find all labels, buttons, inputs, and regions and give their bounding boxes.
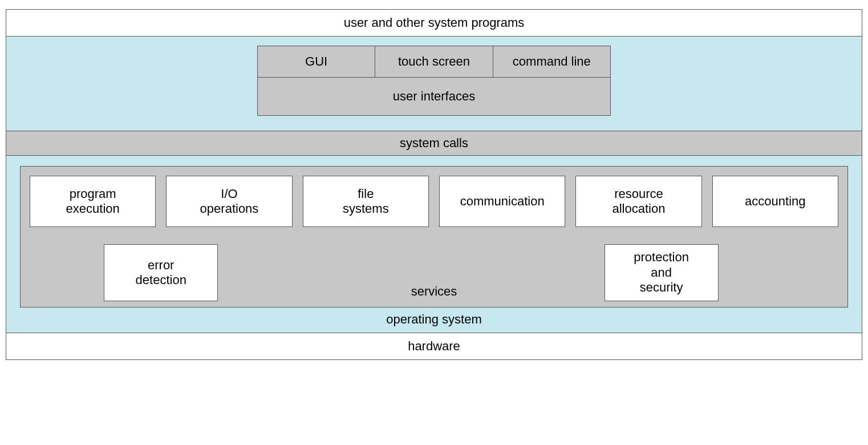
diagram-frame: user and other system programs GUI touch… [6, 9, 862, 360]
hardware-label: hardware [408, 339, 460, 353]
layer-hardware: hardware [6, 333, 862, 359]
ui-types-row: GUI touch screen command line [258, 46, 610, 78]
services-row-2: error detection protection and security … [30, 244, 838, 301]
services-box: program execution I/O operations file sy… [20, 166, 848, 308]
service-resource-allocation: resource allocation [575, 176, 701, 227]
layer-system-calls: system calls [6, 131, 862, 156]
layer-operating-system: GUI touch screen command line user inter… [6, 37, 862, 333]
system-calls-label: system calls [400, 136, 468, 150]
user-interfaces-area: GUI touch screen command line user inter… [6, 37, 862, 131]
service-communication: communication [439, 176, 565, 227]
user-programs-label: user and other system programs [344, 15, 525, 30]
service-io-operations: I/O operations [166, 176, 292, 227]
user-interfaces-block: GUI touch screen command line user inter… [257, 46, 611, 116]
services-label: services [30, 284, 838, 299]
ui-type-cli: command line [493, 46, 610, 77]
service-program-execution: program execution [30, 176, 156, 227]
service-accounting: accounting [712, 176, 838, 227]
services-area: program execution I/O operations file sy… [6, 156, 862, 308]
ui-type-gui: GUI [258, 46, 375, 77]
operating-system-label: operating system [6, 308, 862, 333]
service-file-systems: file systems [303, 176, 429, 227]
user-interfaces-label: user interfaces [258, 78, 610, 115]
services-row-1: program execution I/O operations file sy… [30, 176, 838, 227]
layer-user-programs: user and other system programs [6, 10, 862, 37]
ui-type-touch: touch screen [375, 46, 493, 77]
os-services-diagram: user and other system programs GUI touch… [0, 0, 868, 445]
